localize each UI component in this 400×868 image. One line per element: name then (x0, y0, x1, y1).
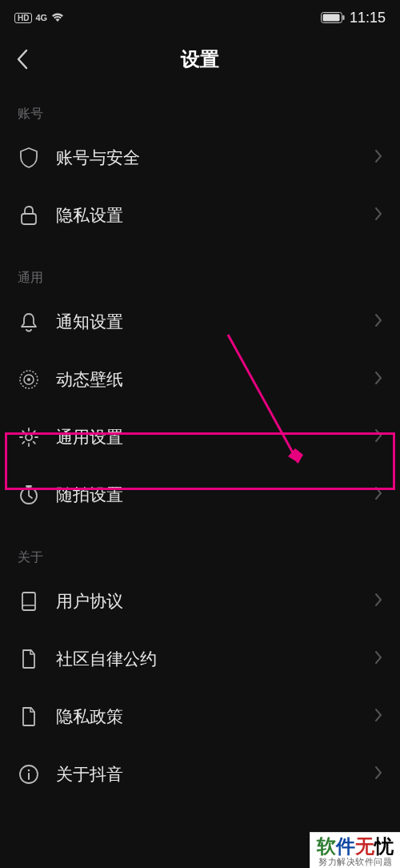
svg-rect-9 (22, 593, 35, 610)
item-community-convention[interactable]: 社区自律公约 (0, 630, 400, 688)
battery-icon (321, 12, 345, 23)
svg-rect-2 (342, 15, 344, 20)
status-bar: HD 4G 11:15 (0, 0, 400, 35)
item-label: 通知设置 (56, 311, 374, 333)
item-label: 社区自律公约 (56, 648, 374, 670)
item-label: 用户协议 (56, 590, 374, 613)
timer-icon (18, 484, 40, 506)
item-privacy-policy[interactable]: 隐私政策 (0, 688, 400, 745)
chevron-right-icon (374, 766, 382, 783)
watermark-subtitle: 努力解决软件问题 (317, 857, 394, 866)
shield-icon (18, 147, 40, 169)
chevron-right-icon (374, 486, 382, 504)
item-label: 通用设置 (56, 426, 374, 448)
item-notification-settings[interactable]: 通知设置 (0, 293, 400, 351)
svg-point-6 (27, 378, 30, 381)
section-header-about: 关于 (0, 540, 400, 573)
item-label: 隐私政策 (56, 705, 374, 728)
chevron-right-icon (374, 650, 382, 668)
document-icon (18, 648, 40, 670)
svg-point-11 (28, 770, 30, 772)
chevron-right-icon (374, 207, 382, 224)
back-button[interactable] (16, 49, 29, 70)
chevron-right-icon (374, 149, 382, 167)
item-label: 动态壁纸 (56, 368, 374, 391)
lock-icon (18, 204, 40, 227)
status-right: 11:15 (321, 10, 386, 26)
info-icon (18, 763, 40, 786)
item-label: 随拍设置 (56, 484, 374, 506)
item-label: 隐私设置 (56, 204, 374, 227)
wifi-icon (50, 12, 65, 23)
item-user-agreement[interactable]: 用户协议 (0, 573, 400, 630)
item-privacy-settings[interactable]: 隐私设置 (0, 187, 400, 244)
item-general-settings[interactable]: 通用设置 (0, 408, 400, 466)
document-icon (18, 705, 40, 728)
chevron-right-icon (374, 313, 382, 331)
chevron-right-icon (374, 708, 382, 725)
item-suipai-settings[interactable]: 随拍设置 (0, 466, 400, 524)
item-about-douyin[interactable]: 关于抖音 (0, 745, 400, 803)
book-icon (18, 590, 40, 613)
chevron-right-icon (374, 371, 382, 388)
item-label: 账号与安全 (56, 147, 374, 169)
item-label: 关于抖音 (56, 763, 374, 786)
svg-point-7 (26, 434, 32, 440)
hd-indicator: HD (14, 13, 32, 23)
svg-rect-1 (322, 14, 339, 22)
svg-rect-3 (22, 214, 36, 224)
watermark: 软件无忧 努力解决软件问题 (310, 832, 400, 868)
network-indicator: 4G (35, 13, 47, 22)
gear-icon (18, 426, 40, 448)
bell-icon (18, 311, 40, 333)
section-header-general: 通用 (0, 260, 400, 293)
watermark-title: 软件无忧 (317, 836, 394, 857)
section-header-account: 账号 (0, 96, 400, 129)
target-icon (18, 368, 40, 391)
item-account-security[interactable]: 账号与安全 (0, 129, 400, 187)
status-left: HD 4G (14, 12, 65, 23)
status-time: 11:15 (350, 10, 386, 26)
chevron-right-icon (374, 593, 382, 610)
page-header: 设置 (0, 35, 400, 83)
page-title: 设置 (0, 46, 400, 72)
item-dynamic-wallpaper[interactable]: 动态壁纸 (0, 351, 400, 408)
chevron-right-icon (374, 428, 382, 446)
